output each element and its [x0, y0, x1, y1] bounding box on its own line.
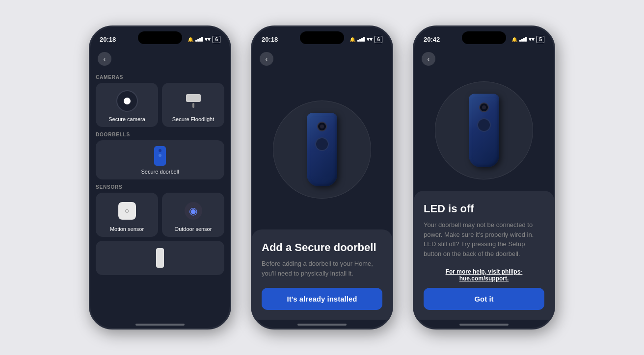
dynamic-island-3: [462, 31, 506, 44]
db-camera-2: [317, 122, 327, 131]
motion-sensor-card[interactable]: Motion sensor: [96, 193, 158, 237]
floodlight-icon: [186, 94, 201, 108]
battery-icon-2: 6: [375, 36, 382, 43]
floodlight-icon-area: [167, 88, 219, 114]
home-indicator-1: [135, 324, 185, 326]
alert-icon-1: 🔔: [188, 37, 193, 42]
outdoor-sensor-label: Outdoor sensor: [175, 226, 212, 232]
db-button-3: [477, 118, 491, 132]
extra-icon-area: [101, 246, 219, 270]
phone3-title: LED is off: [424, 203, 544, 215]
camera-icon: [116, 90, 138, 112]
section-sensors-label: SENSORS: [96, 184, 224, 190]
status-time-1: 20:18: [100, 36, 116, 43]
dynamic-island-1: [138, 31, 182, 44]
doorbells-grid: Secure doorbell: [96, 140, 224, 179]
nav-bar-3: ‹: [414, 48, 554, 70]
status-icons-1: 🔔 ▾▾ 6: [188, 36, 220, 43]
back-button-1[interactable]: ‹: [98, 52, 111, 66]
floodlight-arm: [192, 103, 194, 108]
cameras-grid: Secure camera Secure Floodlight: [96, 83, 224, 127]
status-time-3: 20:42: [424, 36, 440, 43]
doorbell-3d-2: [307, 113, 337, 186]
db-button-2: [315, 137, 329, 151]
circle-bg-2: [273, 101, 371, 199]
doorbell-small-icon: [154, 146, 166, 166]
motion-sensor-icon: [118, 202, 136, 220]
back-button-3[interactable]: ‹: [422, 52, 435, 66]
sensors-grid: Motion sensor Outdoor sensor: [96, 193, 224, 237]
outdoor-sensor-icon: [185, 202, 202, 220]
camera-icon-area: [101, 88, 153, 114]
battery-icon-1: 6: [213, 36, 220, 43]
circle-bg-3: [435, 81, 533, 179]
doorbell-icon-area: [101, 145, 219, 167]
phone-1-content: CAMERAS Secure camera Secure Floodlight …: [90, 70, 230, 320]
secure-camera-card[interactable]: Secure camera: [96, 83, 158, 127]
alert-icon-3: 🔔: [511, 37, 517, 42]
phone2-title: Add a Secure doorbell: [262, 241, 382, 254]
secure-floodlight-card[interactable]: Secure Floodlight: [162, 83, 224, 127]
alert-icon-2: 🔔: [349, 37, 355, 42]
doorbell-image-area-2: [252, 70, 392, 229]
wifi-icon-3: ▾▾: [529, 36, 535, 43]
signal-icon-1: [195, 37, 203, 42]
status-icons-2: 🔔 ▾▾ 6: [349, 36, 382, 43]
motion-icon-area: [101, 198, 153, 224]
home-indicator-2: [297, 324, 347, 326]
secure-doorbell-card[interactable]: Secure doorbell: [96, 140, 224, 179]
phone3-desc: Your doorbell may not be connected to po…: [424, 220, 544, 258]
extra-devices-grid: [96, 241, 224, 275]
doorbell-3d-3: [469, 94, 499, 167]
outdoor-sensor-card[interactable]: Outdoor sensor: [162, 193, 224, 237]
status-time-2: 20:18: [262, 36, 278, 43]
secure-floodlight-label: Secure Floodlight: [172, 116, 215, 122]
wifi-icon-2: ▾▾: [367, 36, 373, 43]
doorbell-btn-dot: [159, 154, 161, 157]
nav-bar-1: ‹: [90, 48, 230, 70]
floodlight-head: [186, 94, 201, 102]
wifi-icon-1: ▾▾: [205, 36, 211, 43]
phone-3-screen: LED is off Your doorbell may not be conn…: [414, 70, 554, 320]
battery-icon-3: 5: [537, 36, 544, 43]
secure-doorbell-label: Secure doorbell: [141, 169, 179, 175]
phone-1: 20:18 🔔 ▾▾ 6 ‹ CAMERAS Secure camera: [89, 25, 231, 330]
support-link-area: For more help, visit philips-hue.com/sup…: [424, 268, 544, 282]
info-panel-2: Add a Secure doorbell Before adding a do…: [252, 229, 392, 320]
phone-3: 20:42 🔔 ▾▾ 5 ‹ LED is off Your doorbell …: [413, 25, 555, 330]
secure-camera-label: Secure camera: [108, 116, 145, 122]
section-doorbells-label: DOORBELLS: [96, 132, 224, 137]
signal-icon-3: [519, 37, 527, 42]
got-it-button[interactable]: Got it: [424, 288, 544, 310]
installed-button[interactable]: It's already installed: [262, 288, 382, 310]
info-panel-3: LED is off Your doorbell may not be conn…: [414, 191, 554, 320]
phone2-desc: Before adding a doorbell to your Home, y…: [262, 259, 382, 278]
db-camera-3: [479, 102, 489, 112]
section-cameras-label: CAMERAS: [96, 75, 224, 80]
support-prefix: For more help, visit: [446, 268, 502, 275]
outdoor-icon-area: [167, 198, 219, 224]
dynamic-island-2: [300, 31, 344, 44]
doorbell-cam-dot: [159, 149, 161, 152]
back-button-2[interactable]: ‹: [260, 52, 273, 66]
status-icons-3: 🔔 ▾▾ 5: [511, 36, 544, 43]
motion-sensor-label: Motion sensor: [110, 226, 144, 232]
extra-device-card[interactable]: [96, 241, 224, 275]
home-indicator-3: [459, 324, 509, 326]
signal-icon-2: [357, 37, 365, 42]
nav-bar-2: ‹: [252, 48, 392, 70]
phone-2-screen: Add a Secure doorbell Before adding a do…: [252, 70, 392, 320]
strip-icon: [156, 248, 164, 268]
doorbell-image-area-3: [414, 70, 554, 191]
phone-2: 20:18 🔔 ▾▾ 6 ‹ Add a Secure doorbell Bef…: [251, 25, 393, 330]
